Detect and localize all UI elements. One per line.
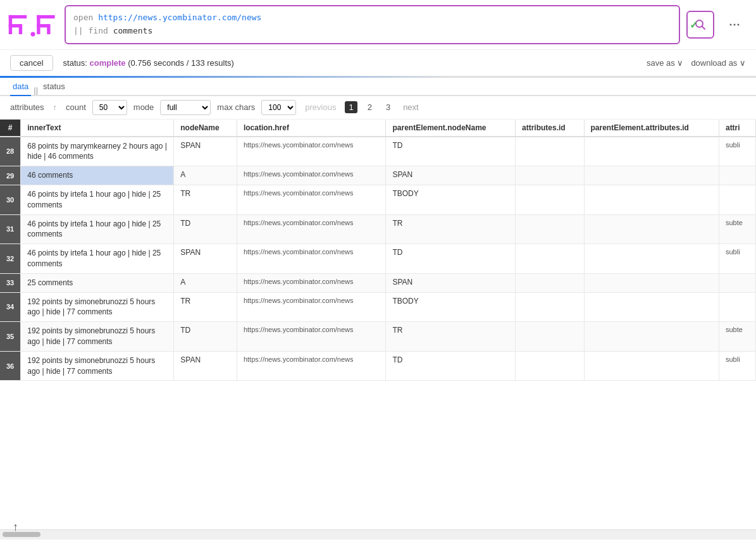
page-3-button[interactable]: 3 <box>382 101 394 113</box>
previous-button[interactable]: previous <box>302 101 338 113</box>
cell-nodename: TD <box>174 322 237 352</box>
cell-parentattr <box>584 322 719 352</box>
query-box-wrapper: open https://news.ycombinator.com/news |… <box>65 5 680 44</box>
max-chars-select[interactable]: 100 50 200 500 <box>261 100 296 115</box>
save-download-area: save as ∨ download as ∨ <box>647 58 746 68</box>
count-select[interactable]: 50 25 100 200 <box>92 100 127 115</box>
cell-href: https://news.ycombinator.com/news <box>237 244 386 274</box>
scroll-thumb[interactable] <box>3 532 40 537</box>
cell-parentnode: SPAN <box>386 273 516 292</box>
cancel-button[interactable]: cancel <box>10 55 53 71</box>
cell-parentnode: TBODY <box>386 185 516 214</box>
tab-status[interactable]: status <box>40 78 68 96</box>
col-header-num: # <box>0 120 21 137</box>
row-number: 28 <box>0 137 21 166</box>
cell-innertext: 192 points by simonebrunozzi 5 hours ago… <box>21 322 174 352</box>
row-number: 36 <box>0 351 21 381</box>
up-arrow-button[interactable]: ↑ <box>13 521 18 534</box>
keyword-find: find <box>88 26 108 35</box>
cell-parentnode: TBODY <box>386 292 516 322</box>
attributes-sort-button[interactable]: ↑ <box>50 101 59 113</box>
cell-innertext: 192 points by simonebrunozzi 5 hours ago… <box>21 292 174 322</box>
cell-parentnode: TD <box>386 137 516 166</box>
query-value: comments <box>113 26 153 35</box>
cell-attrid <box>516 214 585 244</box>
svg-line-10 <box>702 26 705 29</box>
table-header-row: # innerText nodeName location.href paren… <box>0 120 756 137</box>
row-number: 35 <box>0 322 21 352</box>
status-label: status: <box>63 58 87 68</box>
next-button[interactable]: next <box>400 101 421 113</box>
cell-attrid <box>516 137 585 166</box>
download-as-button[interactable]: download as ∨ <box>691 58 746 68</box>
col-header-parentnode: parentElement.nodeName <box>386 120 516 137</box>
query-url: https://news.ycombinator.com/news <box>98 13 261 22</box>
page-1-button[interactable]: 1 <box>345 101 357 113</box>
cell-attrid <box>516 351 585 381</box>
cell-attri: subli <box>719 351 755 381</box>
cell-parentattr <box>584 137 719 166</box>
col-header-href: location.href <box>237 120 386 137</box>
controls-bar: attributes ↑ count 50 25 100 200 mode fu… <box>0 96 756 120</box>
cell-href: https://news.ycombinator.com/news <box>237 273 386 292</box>
cell-attri: subte <box>719 214 755 244</box>
cell-innertext: 46 points by irtefa 1 hour ago | hide | … <box>21 244 174 274</box>
cell-innertext: 25 comments <box>21 273 174 292</box>
page-2-button[interactable]: 2 <box>364 101 376 113</box>
cell-parentattr <box>584 351 719 381</box>
mode-select[interactable]: full compact <box>160 100 211 115</box>
attributes-label: attributes <box>10 102 44 112</box>
cell-href: https://news.ycombinator.com/news <box>237 322 386 352</box>
col-header-attri: attri <box>719 120 755 137</box>
svg-point-12 <box>734 23 736 25</box>
cell-parentattr <box>584 185 719 214</box>
cell-innertext: 46 comments <box>21 166 174 185</box>
logo <box>8 12 58 37</box>
cell-href: https://news.ycombinator.com/news <box>237 166 386 185</box>
svg-rect-5 <box>37 15 54 18</box>
cell-nodename: TD <box>174 214 237 244</box>
cell-innertext: 68 points by marymkearney 2 hours ago | … <box>21 137 174 166</box>
table-row: 3246 points by irtefa 1 hour ago | hide … <box>0 244 756 274</box>
cell-attrid <box>516 292 585 322</box>
cell-innertext: 46 points by irtefa 1 hour ago | hide | … <box>21 214 174 244</box>
col-header-innertext: innerText <box>21 120 174 137</box>
pipe-separator: || <box>73 26 84 35</box>
cell-nodename: A <box>174 166 237 185</box>
col-header-attrid: attributes.id <box>516 120 585 137</box>
row-number: 34 <box>0 292 21 322</box>
cell-attri: subli <box>719 244 755 274</box>
cell-nodename: TR <box>174 185 237 214</box>
cell-nodename: TR <box>174 292 237 322</box>
cell-href: https://news.ycombinator.com/news <box>237 351 386 381</box>
cell-href: https://news.ycombinator.com/news <box>237 185 386 214</box>
cell-parentattr <box>584 244 719 274</box>
horizontal-scrollbar[interactable] <box>0 529 756 540</box>
cell-parentnode: TR <box>386 214 516 244</box>
menu-button[interactable] <box>721 11 748 39</box>
cell-href: https://news.ycombinator.com/news <box>237 137 386 166</box>
query-input[interactable]: open https://news.ycombinator.com/news |… <box>65 5 680 44</box>
table-row: 34192 points by simonebrunozzi 5 hours a… <box>0 292 756 322</box>
save-as-button[interactable]: save as ∨ <box>647 58 683 68</box>
mode-label: mode <box>133 102 154 112</box>
tab-data[interactable]: data <box>10 78 31 96</box>
cell-attri <box>719 166 755 185</box>
data-table-wrap: # innerText nodeName location.href paren… <box>0 120 756 529</box>
top-bar: open https://news.ycombinator.com/news |… <box>0 0 756 50</box>
svg-point-13 <box>738 23 740 25</box>
cell-parentnode: TR <box>386 322 516 352</box>
svg-rect-3 <box>19 24 22 34</box>
svg-rect-7 <box>47 24 50 34</box>
cell-attri <box>719 273 755 292</box>
cell-parentnode: TD <box>386 244 516 274</box>
cell-attrid <box>516 166 585 185</box>
tab-bar: data || status <box>0 78 756 96</box>
status-bar: cancel status: complete (0.756 seconds /… <box>0 50 756 76</box>
cell-nodename: SPAN <box>174 351 237 381</box>
row-number: 32 <box>0 244 21 274</box>
svg-point-8 <box>30 32 35 36</box>
cell-parentnode: SPAN <box>386 166 516 185</box>
cell-parentattr <box>584 214 719 244</box>
query-check-icon: ✓ <box>690 18 698 30</box>
